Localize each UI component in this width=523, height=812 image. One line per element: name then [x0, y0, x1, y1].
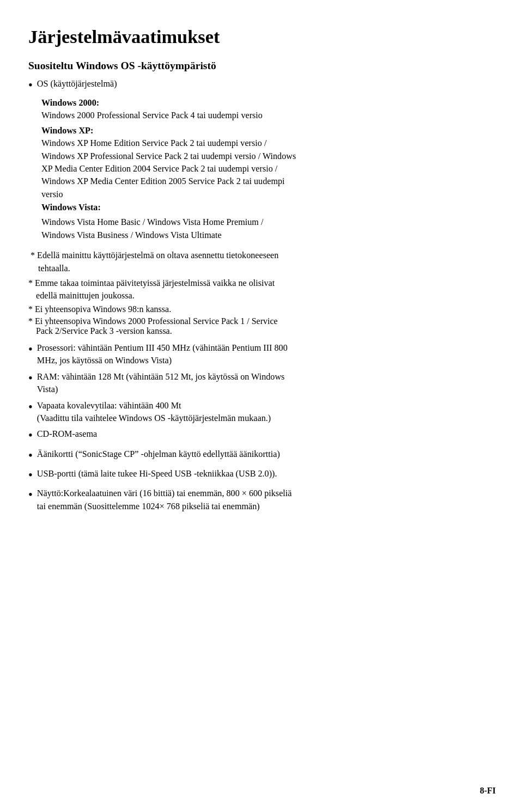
- windows2000-text: Windows 2000 Professional Service Pack 4…: [41, 109, 495, 121]
- windowsxp-line1: Windows XP Home Edition Service Pack 2 t…: [41, 137, 495, 200]
- bullet-dot-1: •: [28, 341, 33, 358]
- bullet-text-cdrom: CD-ROM-asema: [37, 428, 97, 440]
- bullet-dot-7: •: [28, 487, 33, 503]
- bullet-text-processor: Prosessori: vähintään Pentium III 450 MH…: [37, 341, 288, 367]
- os-label-text: OS (käyttöjärjestelmä): [37, 77, 117, 90]
- bullet-item-ram: • RAM: vähintään 128 Mt (vähintään 512 M…: [28, 370, 495, 396]
- bullet-text-usb: USB-portti (tämä laite tukee Hi-Speed US…: [37, 467, 277, 480]
- bullet-item-usb: • USB-portti (tämä laite tukee Hi-Speed …: [28, 467, 495, 484]
- windowsvista-label: Windows Vista:: [41, 203, 495, 212]
- bullet-item-display: • Näyttö:Korkealaatuinen väri (16 bittiä…: [28, 487, 495, 512]
- windowsvista-text: Windows Vista Home Basic / Windows Vista…: [41, 216, 495, 241]
- windows2000-label: Windows 2000:: [41, 98, 495, 108]
- note3: * Ei yhteensopiva Windows 98:n kanssa.: [28, 304, 495, 314]
- page-number: 8-FI: [480, 786, 496, 796]
- windowsxp-label: Windows XP:: [41, 126, 495, 136]
- bullet-dot-3: •: [28, 399, 33, 416]
- bullet-item-cdrom: • CD-ROM-asema: [28, 428, 495, 444]
- bullets-section: • Prosessori: vähintään Pentium III 450 …: [28, 341, 495, 512]
- bullet-item-processor: • Prosessori: vähintään Pentium III 450 …: [28, 341, 495, 367]
- bullet-dot-6: •: [28, 467, 33, 484]
- bullet-text-disk: Vapaata kovalevytilaa: vähintään 400 Mt …: [37, 399, 271, 425]
- section-title: Suositeltu Windows OS -käyttöympäristö: [28, 60, 495, 72]
- bullet-item-disk: • Vapaata kovalevytilaa: vähintään 400 M…: [28, 399, 495, 425]
- notes-section: * Edellä mainittu käyttöjärjestelmä on o…: [28, 249, 495, 336]
- bullet-text-display: Näyttö:Korkealaatuinen väri (16 bittiä) …: [37, 487, 292, 512]
- bullet-dot-2: •: [28, 370, 33, 387]
- bullet-dot-5: •: [28, 448, 33, 464]
- bullet-dot-4: •: [28, 428, 33, 444]
- bullet-text-soundcard: Äänikortti (“SonicStage CP” -ohjelman kä…: [37, 448, 280, 460]
- os-label-item: • OS (käyttöjärjestelmä): [28, 77, 495, 94]
- page-title: Järjestelmävaatimukset: [28, 26, 495, 48]
- os-section: • OS (käyttöjärjestelmä) Windows 2000: W…: [28, 77, 495, 512]
- bullet-item-soundcard: • Äänikortti (“SonicStage CP” -ohjelman …: [28, 448, 495, 464]
- note1: * Edellä mainittu käyttöjärjestelmä on o…: [28, 249, 495, 274]
- bullet-text-ram: RAM: vähintään 128 Mt (vähintään 512 Mt,…: [37, 370, 285, 396]
- note4: * Ei yhteensopiva Windows 2000 Professio…: [28, 316, 495, 336]
- note2: * Emme takaa toimintaa päivitetyissä jär…: [28, 277, 495, 302]
- bullet-dot: •: [28, 77, 33, 94]
